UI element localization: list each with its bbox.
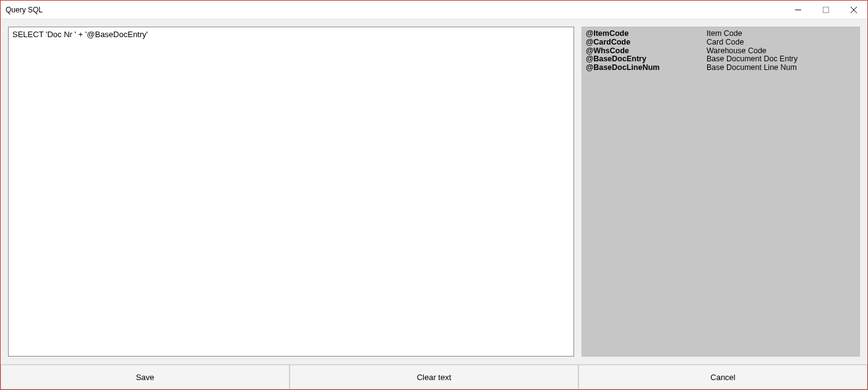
- editor-wrap: [8, 27, 574, 357]
- content-area: @ItemCode Item Code @CardCode Card Code …: [1, 19, 867, 364]
- param-code: @WhsCode: [586, 47, 707, 56]
- param-row[interactable]: @ItemCode Item Code: [586, 30, 856, 38]
- param-code: @ItemCode: [586, 30, 707, 38]
- minimize-icon: [795, 7, 801, 13]
- footer: Save Clear text Cancel: [1, 364, 867, 389]
- param-row[interactable]: @BaseDocLineNum Base Document Line Num: [586, 64, 856, 72]
- window-title: Query SQL: [1, 6, 43, 14]
- maximize-button[interactable]: [812, 1, 840, 19]
- maximize-icon: [823, 7, 829, 13]
- titlebar: Query SQL: [1, 1, 867, 19]
- param-desc: Item Code: [707, 30, 856, 38]
- param-desc: Base Document Doc Entry: [707, 55, 856, 64]
- minimize-button[interactable]: [784, 1, 812, 19]
- param-row[interactable]: @WhsCode Warehouse Code: [586, 47, 856, 56]
- param-desc: Base Document Line Num: [707, 64, 856, 72]
- sql-editor[interactable]: [8, 27, 574, 357]
- window: Query SQL: [0, 0, 868, 390]
- cancel-button[interactable]: Cancel: [578, 365, 867, 389]
- close-icon: [851, 7, 857, 13]
- clear-button[interactable]: Clear text: [290, 365, 578, 389]
- param-row[interactable]: @BaseDocEntry Base Document Doc Entry: [586, 55, 856, 64]
- parameter-panel: @ItemCode Item Code @CardCode Card Code …: [582, 27, 860, 357]
- window-controls: [784, 1, 867, 19]
- param-desc: Warehouse Code: [707, 47, 856, 56]
- close-button[interactable]: [840, 1, 867, 19]
- param-code: @BaseDocEntry: [586, 55, 707, 64]
- svg-rect-1: [823, 7, 828, 12]
- param-desc: Card Code: [707, 38, 856, 47]
- param-row[interactable]: @CardCode Card Code: [586, 38, 856, 47]
- param-code: @CardCode: [586, 38, 707, 47]
- save-button[interactable]: Save: [1, 365, 290, 389]
- param-code: @BaseDocLineNum: [586, 64, 707, 72]
